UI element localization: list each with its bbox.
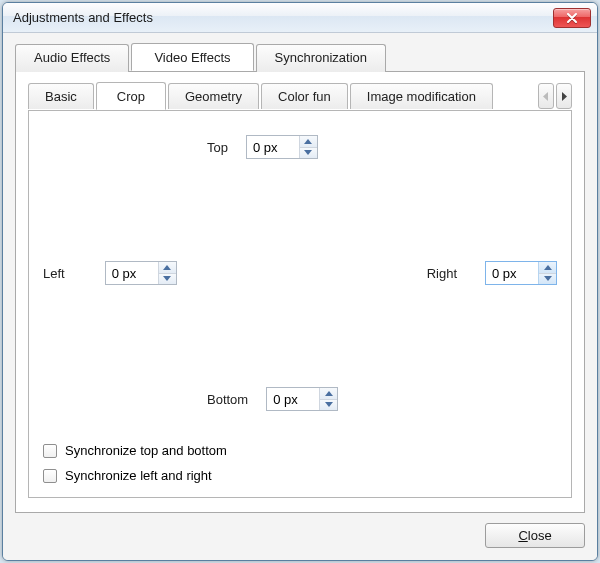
checkbox-icon — [43, 444, 57, 458]
close-button[interactable]: Close — [485, 523, 585, 548]
crop-bottom-input[interactable] — [267, 388, 319, 410]
tab-label: Image modification — [367, 89, 476, 104]
tab-label: Color fun — [278, 89, 331, 104]
caret-down-icon — [304, 150, 312, 155]
inner-tabs-row: Basic Crop Geometry Color fun Image modi… — [28, 82, 572, 110]
caret-up-icon — [325, 391, 333, 396]
tab-geometry[interactable]: Geometry — [168, 83, 259, 109]
tab-synchronization[interactable]: Synchronization — [256, 44, 387, 72]
caret-left-icon — [543, 92, 549, 101]
tab-video-effects[interactable]: Video Effects — [131, 43, 253, 71]
sync-left-right-checkbox[interactable]: Synchronize left and right — [43, 468, 227, 483]
caret-down-icon — [325, 402, 333, 407]
spin-buttons — [319, 388, 337, 410]
tab-label: Basic — [45, 89, 77, 104]
crop-right-label: Right — [427, 266, 457, 281]
close-button-accel: C — [518, 528, 527, 543]
spin-down-button[interactable] — [300, 147, 317, 159]
crop-right-input[interactable] — [486, 262, 538, 284]
tab-label: Crop — [117, 89, 145, 104]
tab-scroll-right-button[interactable] — [556, 83, 572, 109]
spin-buttons — [299, 136, 317, 158]
caret-down-icon — [163, 276, 171, 281]
caret-down-icon — [544, 276, 552, 281]
spin-up-button[interactable] — [159, 262, 176, 273]
crop-pane: Top Left — [28, 110, 572, 498]
tab-scroll-buttons — [538, 82, 572, 110]
tab-label: Synchronization — [275, 50, 368, 65]
caret-up-icon — [544, 265, 552, 270]
tab-image-modification[interactable]: Image modification — [350, 83, 493, 109]
window-close-button[interactable] — [553, 8, 591, 28]
crop-left-spinbox[interactable] — [105, 261, 177, 285]
tab-label: Video Effects — [154, 50, 230, 65]
crop-top-spinbox[interactable] — [246, 135, 318, 159]
checkbox-label: Synchronize top and bottom — [65, 443, 227, 458]
tab-audio-effects[interactable]: Audio Effects — [15, 44, 129, 72]
inner-tabs: Basic Crop Geometry Color fun Image modi… — [28, 82, 534, 110]
titlebar: Adjustments and Effects — [3, 3, 597, 33]
checkbox-label: Synchronize left and right — [65, 468, 212, 483]
window-title: Adjustments and Effects — [13, 10, 553, 25]
tab-crop[interactable]: Crop — [96, 82, 166, 110]
crop-top-label: Top — [207, 140, 228, 155]
checkbox-icon — [43, 469, 57, 483]
outer-tabs: Audio Effects Video Effects Synchronizat… — [15, 43, 585, 71]
dialog-window: Adjustments and Effects Audio Effects Vi… — [2, 2, 598, 561]
video-effects-pane: Basic Crop Geometry Color fun Image modi… — [15, 71, 585, 513]
crop-right-spinbox[interactable] — [485, 261, 557, 285]
spin-down-button[interactable] — [539, 273, 556, 285]
tab-label: Audio Effects — [34, 50, 110, 65]
spin-down-button[interactable] — [159, 273, 176, 285]
tab-label: Geometry — [185, 89, 242, 104]
crop-bottom-field: Bottom — [207, 387, 338, 411]
spin-up-button[interactable] — [539, 262, 556, 273]
spin-up-button[interactable] — [300, 136, 317, 147]
crop-bottom-spinbox[interactable] — [266, 387, 338, 411]
close-button-rest: lose — [528, 528, 552, 543]
close-icon — [567, 13, 577, 23]
spin-down-button[interactable] — [320, 399, 337, 411]
tab-basic[interactable]: Basic — [28, 83, 94, 109]
tab-color-fun[interactable]: Color fun — [261, 83, 348, 109]
crop-left-input[interactable] — [106, 262, 158, 284]
crop-top-input[interactable] — [247, 136, 299, 158]
crop-sync-options: Synchronize top and bottom Synchronize l… — [43, 443, 227, 483]
spin-buttons — [538, 262, 556, 284]
spin-buttons — [158, 262, 176, 284]
caret-right-icon — [561, 92, 567, 101]
caret-up-icon — [304, 139, 312, 144]
sync-top-bottom-checkbox[interactable]: Synchronize top and bottom — [43, 443, 227, 458]
crop-left-label: Left — [43, 266, 65, 281]
crop-top-field: Top — [207, 135, 318, 159]
crop-left-field: Left — [43, 261, 177, 285]
caret-up-icon — [163, 265, 171, 270]
spin-up-button[interactable] — [320, 388, 337, 399]
crop-right-field: Right — [427, 261, 557, 285]
tab-scroll-left-button[interactable] — [538, 83, 554, 109]
crop-bottom-label: Bottom — [207, 392, 248, 407]
dialog-footer: Close — [15, 513, 585, 548]
client-area: Audio Effects Video Effects Synchronizat… — [3, 33, 597, 560]
